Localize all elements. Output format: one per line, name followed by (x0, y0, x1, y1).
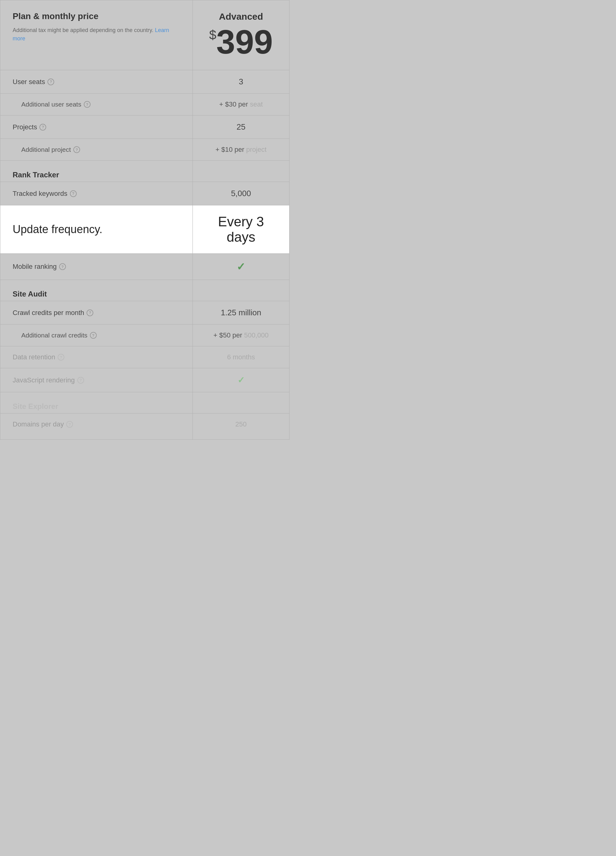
additional-project-label: Additional project ? (12, 146, 180, 153)
user-seats-left: User seats ? (0, 70, 193, 94)
site-explorer-header-left: Site Explorer (0, 392, 193, 414)
domains-per-day-question-icon[interactable]: ? (66, 421, 73, 428)
additional-crawl-credits-value: + $50 per 500,000 (213, 331, 269, 339)
mobile-ranking-label: Mobile ranking ? (12, 263, 180, 271)
js-rendering-left: JavaScript rendering ? (0, 368, 193, 392)
user-seats-question-icon[interactable]: ? (48, 79, 54, 85)
additional-crawl-credits-right: + $50 per 500,000 (192, 325, 289, 346)
plan-price-subtitle: Additional tax might be applied dependin… (12, 26, 180, 43)
projects-question-icon[interactable]: ? (39, 124, 46, 131)
data-retention-right: 6 months (192, 346, 289, 368)
header-left-cell: Plan & monthly price Additional tax migh… (0, 0, 193, 70)
additional-crawl-credits-question-icon[interactable]: ? (90, 332, 97, 339)
additional-project-left: Additional project ? (0, 139, 193, 161)
additional-user-seats-right: + $30 per seat (192, 94, 289, 115)
tracked-keywords-value: 5,000 (231, 189, 251, 198)
rank-tracker-header-left: Rank Tracker (0, 161, 193, 182)
additional-user-seats-left: Additional user seats ? (0, 94, 193, 115)
domains-per-day-left: Domains per day ? (0, 414, 193, 440)
tracked-keywords-right: 5,000 (192, 182, 289, 205)
additional-user-seats-value: + $30 per seat (219, 100, 263, 108)
js-rendering-question-icon[interactable]: ? (77, 377, 84, 384)
crawl-credits-label: Crawl credits per month ? (12, 309, 180, 317)
user-seats-value: 3 (239, 77, 243, 86)
site-audit-header-right (192, 280, 289, 301)
projects-right: 25 (192, 115, 289, 139)
additional-crawl-credits-label: Additional crawl credits ? (12, 332, 180, 339)
rank-tracker-title: Rank Tracker (12, 171, 180, 179)
price-container: $ 399 (202, 25, 280, 59)
domains-per-day-label: Domains per day ? (12, 420, 180, 428)
update-frequency-right: Every 3 days (192, 205, 289, 254)
mobile-ranking-right: ✓ (192, 254, 289, 280)
additional-user-seats-label: Additional user seats ? (12, 101, 180, 108)
projects-left: Projects ? (0, 115, 193, 139)
mobile-ranking-left: Mobile ranking ? (0, 254, 193, 280)
site-audit-header-left: Site Audit (0, 280, 193, 301)
user-seats-label: User seats ? (12, 78, 180, 86)
data-retention-value: 6 months (227, 353, 255, 361)
mobile-ranking-question-icon[interactable]: ? (59, 263, 66, 270)
plan-name: Advanced (202, 11, 280, 22)
projects-label: Projects ? (12, 123, 180, 131)
projects-value: 25 (237, 122, 245, 131)
additional-crawl-credits-left: Additional crawl credits ? (0, 325, 193, 346)
site-audit-title: Site Audit (12, 290, 180, 299)
header-right-cell: Advanced $ 399 (192, 0, 289, 70)
crawl-credits-value: 1.25 million (221, 308, 262, 317)
domains-per-day-right: 250 (192, 414, 289, 440)
user-seats-right: 3 (192, 70, 289, 94)
data-retention-left: Data retention ? (0, 346, 193, 368)
crawl-credits-question-icon[interactable]: ? (86, 309, 93, 316)
data-retention-question-icon[interactable]: ? (58, 354, 65, 360)
additional-user-seats-question-icon[interactable]: ? (84, 101, 91, 108)
price-amount: 399 (216, 25, 273, 59)
update-frequency-value: Every 3 days (218, 214, 264, 245)
additional-project-value: + $10 per project (216, 146, 267, 153)
crawl-credits-right: 1.25 million (192, 301, 289, 325)
js-rendering-label: JavaScript rendering ? (12, 376, 180, 384)
data-retention-label: Data retention ? (12, 353, 180, 361)
update-frequency-label: Update frequency. (12, 223, 103, 236)
rank-tracker-header-right (192, 161, 289, 182)
tracked-keywords-left: Tracked keywords ? (0, 182, 193, 205)
tracked-keywords-label: Tracked keywords ? (12, 190, 180, 198)
price-dollar-sign: $ (209, 29, 216, 42)
additional-project-question-icon[interactable]: ? (73, 146, 80, 153)
js-rendering-right: ✓ (192, 368, 289, 392)
js-rendering-checkmark: ✓ (237, 375, 245, 385)
update-frequency-left: Update frequency. (0, 205, 193, 254)
site-explorer-header-right (192, 392, 289, 414)
mobile-ranking-checkmark: ✓ (237, 261, 245, 273)
plan-price-title: Plan & monthly price (12, 11, 180, 21)
site-explorer-title: Site Explorer (12, 402, 180, 411)
tracked-keywords-question-icon[interactable]: ? (70, 190, 77, 197)
additional-project-right: + $10 per project (192, 139, 289, 161)
crawl-credits-left: Crawl credits per month ? (0, 301, 193, 325)
domains-per-day-value: 250 (235, 420, 247, 428)
